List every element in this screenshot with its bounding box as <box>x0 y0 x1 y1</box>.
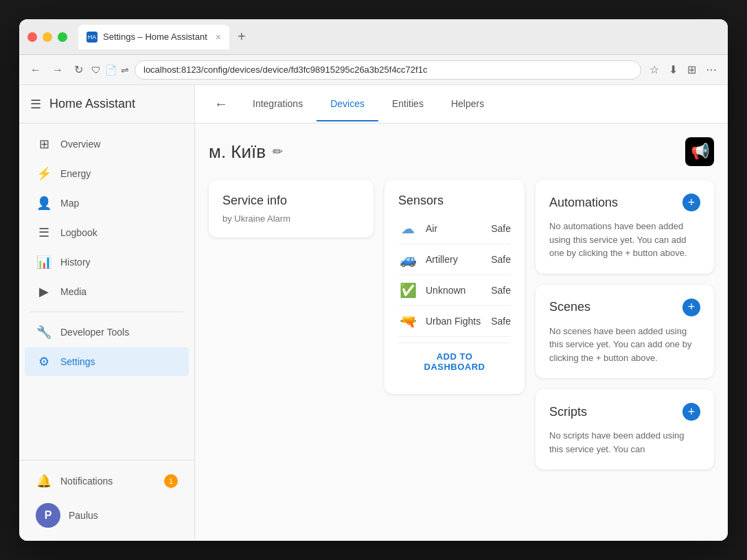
sidebar-item-energy-label: Energy <box>60 168 91 179</box>
close-button[interactable] <box>27 32 37 42</box>
maximize-button[interactable] <box>58 32 67 42</box>
scripts-description: No scripts have been added using this se… <box>549 429 700 456</box>
sidebar-item-notifications[interactable]: 🔔 Notifications 1 <box>25 467 189 495</box>
service-info-subtitle: by Ukraine Alarm <box>222 213 360 224</box>
sensor-urban-fights-value: Safe <box>491 316 511 327</box>
sidebar-item-settings-label: Settings <box>60 356 95 367</box>
traffic-lights <box>27 32 67 42</box>
add-to-dashboard-button[interactable]: ADD TO DASHBOARD <box>398 342 511 380</box>
scripts-title: Scripts <box>549 405 587 419</box>
automations-description: No automations have been added using thi… <box>549 220 700 260</box>
edit-icon[interactable]: ✏ <box>273 144 283 159</box>
active-tab[interactable]: HA Settings – Home Assistant × <box>78 25 229 49</box>
sensor-unknown-value: Safe <box>491 285 511 296</box>
tab-devices[interactable]: Devices <box>317 87 378 121</box>
add-script-button[interactable]: + <box>682 403 700 421</box>
unknown-icon: ✅ <box>398 282 417 299</box>
sidebar-item-logbook-label: Logbook <box>60 227 97 238</box>
sidebar-item-media-label: Media <box>60 286 87 297</box>
scenes-header: Scenes + <box>549 299 700 316</box>
cards-grid: Service info by Ukraine Alarm Sensors ☁ … <box>209 180 714 469</box>
addressbar: ← → ↻ 🛡 📄 ⇌ ☆ ⬇ ⊞ ⋯ <box>19 55 728 85</box>
scenes-card: Scenes + No scenes have been added using… <box>536 285 714 379</box>
scripts-header: Scripts + <box>549 403 700 421</box>
tab-title: Settings – Home Assistant <box>103 32 207 42</box>
extensions-icon[interactable]: ⊞ <box>685 60 699 79</box>
app-content: ☰ Home Assistant ⊞ Overview ⚡ Energy 👤 M… <box>19 85 728 541</box>
notification-badge: 1 <box>164 474 178 488</box>
sidebar-item-developer-tools[interactable]: 🔧 Developer Tools <box>25 318 189 347</box>
sidebar-item-logbook[interactable]: ☰ Logbook <box>25 218 189 247</box>
artillery-icon: 🚙 <box>398 251 417 268</box>
sensor-air-value: Safe <box>491 223 511 234</box>
automations-title: Automations <box>549 196 618 210</box>
sidebar-item-map[interactable]: 👤 Map <box>25 189 189 218</box>
tab-close-button[interactable]: × <box>216 32 221 43</box>
tab-integrations[interactable]: Integrations <box>239 87 317 121</box>
scripts-card: Scripts + No scripts have been added usi… <box>536 389 714 469</box>
toolbar-icons: ☆ ⬇ ⊞ ⋯ <box>647 60 720 79</box>
right-cards: Automations + No automations have been a… <box>536 180 714 469</box>
tab-helpers[interactable]: Helpers <box>437 87 498 121</box>
sidebar-item-history-label: History <box>60 257 91 268</box>
new-tab-button[interactable]: + <box>232 26 251 47</box>
sensors-title: Sensors <box>398 194 511 208</box>
device-logo-badge: 📢 <box>685 137 714 166</box>
titlebar: HA Settings – Home Assistant × + <box>19 19 728 55</box>
notifications-icon: 🔔 <box>36 474 52 489</box>
browser-window: HA Settings – Home Assistant × + ← → ↻ 🛡… <box>19 19 728 541</box>
sensor-air-name: Air <box>426 223 483 234</box>
urban-fights-icon: 🔫 <box>398 313 417 329</box>
forward-nav-button[interactable]: → <box>49 61 66 79</box>
back-button[interactable]: ← <box>209 93 233 115</box>
service-info-title: Service info <box>222 194 360 208</box>
more-icon[interactable]: ⋯ <box>703 60 720 79</box>
minimize-button[interactable] <box>43 32 52 42</box>
star-icon[interactable]: ☆ <box>647 60 662 79</box>
add-automation-button[interactable]: + <box>682 194 700 211</box>
device-header: м. Київ ✏ 📢 <box>209 137 714 166</box>
download-icon[interactable]: ⬇ <box>666 60 680 79</box>
content-area: м. Київ ✏ 📢 Service info by Ukraine Alar… <box>195 124 728 541</box>
media-icon: ▶ <box>36 284 52 299</box>
nav-tabs: Integrations Devices Entities Helpers <box>239 87 498 121</box>
device-name: м. Київ <box>209 141 266 163</box>
tab-area: HA Settings – Home Assistant × + <box>78 25 720 49</box>
sidebar-item-settings[interactable]: ⚙ Settings <box>25 347 189 376</box>
scenes-description: No scenes have been added using this ser… <box>549 325 700 365</box>
shield-icon: 🛡 <box>91 65 101 75</box>
sidebar-item-overview[interactable]: ⊞ Overview <box>25 130 189 159</box>
automations-card: Automations + No automations have been a… <box>536 180 714 274</box>
automations-header: Automations + <box>549 194 700 211</box>
air-icon: ☁ <box>398 220 417 237</box>
refresh-nav-button[interactable]: ↻ <box>71 60 86 79</box>
sidebar-item-developer-tools-label: Developer Tools <box>60 327 129 338</box>
hamburger-icon[interactable]: ☰ <box>30 97 41 112</box>
add-scene-button[interactable]: + <box>682 299 700 316</box>
map-icon: 👤 <box>36 196 52 211</box>
settings-icon: ⚙ <box>36 354 52 369</box>
back-nav-button[interactable]: ← <box>27 61 44 79</box>
history-icon: 📊 <box>36 255 52 270</box>
developer-tools-icon: 🔧 <box>36 325 52 340</box>
sidebar-item-notifications-label: Notifications <box>60 476 113 487</box>
sensor-row-air: ☁ Air Safe <box>398 213 511 244</box>
sidebar: ☰ Home Assistant ⊞ Overview ⚡ Energy 👤 M… <box>19 85 195 541</box>
device-title: м. Київ ✏ <box>209 141 283 163</box>
device-logo-emoji: 📢 <box>691 143 709 161</box>
sidebar-item-energy[interactable]: ⚡ Energy <box>25 159 189 188</box>
cast-icon: ⇌ <box>121 65 129 75</box>
sensor-urban-fights-name: Urban Fights <box>426 316 483 327</box>
scenes-title: Scenes <box>549 300 590 314</box>
sensor-unknown-name: Unknown <box>426 285 483 296</box>
sensor-artillery-name: Artillery <box>426 254 483 265</box>
sidebar-item-history[interactable]: 📊 History <box>25 248 189 277</box>
sidebar-item-media[interactable]: ▶ Media <box>25 277 189 306</box>
address-input[interactable] <box>135 60 641 80</box>
sensor-row-artillery: 🚙 Artillery Safe <box>398 244 511 275</box>
tab-entities[interactable]: Entities <box>378 87 437 121</box>
page-icon: 📄 <box>105 65 117 75</box>
sidebar-item-user[interactable]: P Paulus <box>25 496 189 535</box>
sidebar-header: ☰ Home Assistant <box>19 85 194 124</box>
sensor-artillery-value: Safe <box>491 254 511 265</box>
